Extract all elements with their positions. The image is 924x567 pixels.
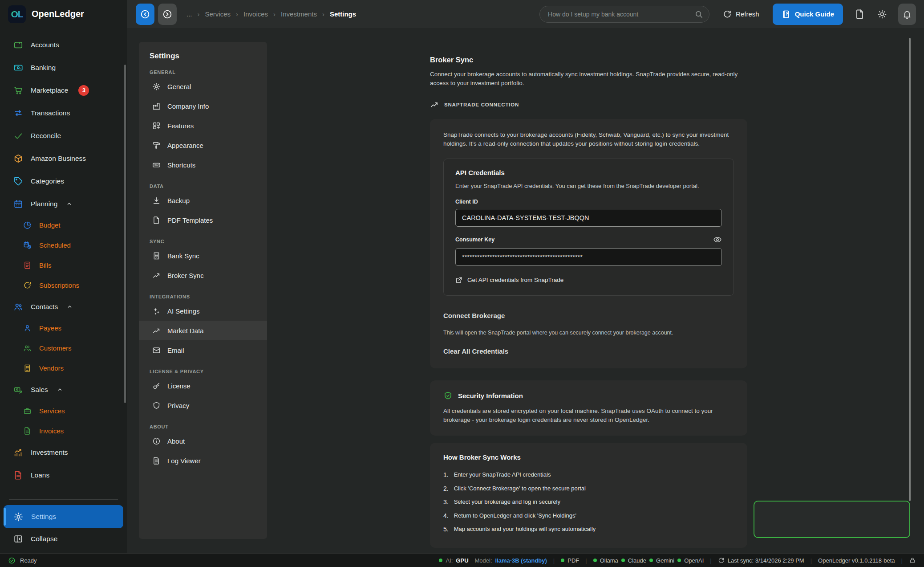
forward-button[interactable] xyxy=(158,4,177,25)
quick-guide-button[interactable]: Quick Guide xyxy=(773,4,843,25)
sidebar-item-planning[interactable]: Planning xyxy=(0,192,127,215)
settings-item-features[interactable]: Features xyxy=(139,116,267,135)
lock-icon[interactable] xyxy=(909,557,916,564)
search-icon xyxy=(694,10,703,19)
status-dot-icon xyxy=(621,559,625,562)
settings-item-email[interactable]: Email xyxy=(139,340,267,360)
breadcrumb-invoices[interactable]: Invoices xyxy=(243,10,268,18)
settings-section-header-sync: SYNC xyxy=(150,239,256,244)
sidebar-item-services[interactable]: Services xyxy=(0,401,127,421)
sidebar-item-contacts[interactable]: Contacts xyxy=(0,295,127,318)
sidebar-item-transactions[interactable]: Transactions xyxy=(0,102,127,124)
how-broker-sync-works-card: How Broker Sync Works 1.Enter your SnapT… xyxy=(430,443,747,548)
sidebar-item-label: Scheduled xyxy=(39,241,71,249)
settings-item-market-data[interactable]: Market Data xyxy=(139,321,267,340)
sidebar-item-banking[interactable]: Banking xyxy=(0,56,127,79)
settings-item-license[interactable]: License xyxy=(139,376,267,396)
step-number: 3. xyxy=(443,495,449,509)
toggle-key-visibility-button[interactable] xyxy=(713,235,722,244)
document-icon[interactable] xyxy=(855,9,865,20)
settings-item-bank-sync[interactable]: Bank Sync xyxy=(139,246,267,265)
clear-all-credentials-button[interactable]: Clear All Credentials xyxy=(443,347,508,355)
app-window: OL OpenLedger AccountsBankingMarketplace… xyxy=(0,0,924,567)
breadcrumb: ...› Services› Invoices› Investments› Se… xyxy=(186,10,356,18)
sidebar-item-categories[interactable]: Categories xyxy=(0,170,127,192)
sidebar-item-bills[interactable]: Bills xyxy=(0,255,127,275)
settings-item-backup[interactable]: Backup xyxy=(139,191,267,210)
sidebar-item-investments[interactable]: Investments xyxy=(0,441,127,464)
how-title: How Broker Sync Works xyxy=(443,453,734,461)
search-input[interactable] xyxy=(539,6,709,23)
check-circle-icon xyxy=(8,557,16,564)
ai-label: AI: xyxy=(446,557,453,564)
breadcrumb-services[interactable]: Services xyxy=(205,10,231,18)
search-box xyxy=(539,6,709,23)
main-scrollbar[interactable] xyxy=(909,38,911,501)
sidebar-item-label: Contacts xyxy=(31,303,58,311)
settings-item-label: PDF Templates xyxy=(167,216,213,224)
how-step-2: 2.Click 'Connect Brokerage' to open the … xyxy=(443,482,734,496)
breadcrumb-ellipsis[interactable]: ... xyxy=(186,10,192,18)
sidebar-item-sales[interactable]: Sales xyxy=(0,378,127,401)
breadcrumb-separator: › xyxy=(236,10,238,18)
settings-item-label: Appearance xyxy=(167,142,203,149)
person-icon xyxy=(23,324,32,332)
provider-status-claude: Claude xyxy=(621,557,646,564)
notifications-button[interactable] xyxy=(898,4,916,25)
arrow-right-circle-icon xyxy=(162,9,173,20)
settings-item-privacy[interactable]: Privacy xyxy=(139,396,267,415)
sidebar-item-vendors[interactable]: Vendors xyxy=(0,358,127,378)
step-number: 4. xyxy=(443,509,449,523)
step-text: Select your brokerage and log in securel… xyxy=(454,495,560,509)
sidebar-item-label: Services xyxy=(39,407,65,415)
money-icon xyxy=(13,385,23,395)
sidebar-scrollbar[interactable] xyxy=(124,65,126,403)
settings-item-label: About xyxy=(167,437,185,445)
settings-item-company-info[interactable]: Company Info xyxy=(139,96,267,116)
settings-item-ai-settings[interactable]: AI Settings xyxy=(139,301,267,321)
settings-item-shortcuts[interactable]: Shortcuts xyxy=(139,155,267,175)
sidebar-item-customers[interactable]: Customers xyxy=(0,338,127,358)
refresh-button[interactable]: Refresh xyxy=(720,9,762,19)
sidebar-item-subscriptions[interactable]: Subscriptions xyxy=(0,275,127,295)
theme-sun-icon[interactable] xyxy=(877,9,888,20)
sidebar-item-marketplace[interactable]: Marketplace3 xyxy=(0,79,127,102)
version-label: OpenLedger v0.1.0.2118-beta xyxy=(818,557,895,564)
sidebar-item-scheduled[interactable]: Scheduled xyxy=(0,235,127,255)
settings-item-general[interactable]: General xyxy=(139,77,267,96)
provider-label: Ollama xyxy=(600,557,618,564)
sidebar-item-settings[interactable]: Settings xyxy=(4,505,123,528)
settings-item-label: Privacy xyxy=(167,402,189,409)
sidebar-item-collapse[interactable]: Collapse xyxy=(0,528,127,550)
breadcrumb-investments[interactable]: Investments xyxy=(281,10,317,18)
refresh-icon xyxy=(718,557,725,564)
get-api-credentials-link[interactable]: Get API credentials from SnapTrade xyxy=(455,276,722,284)
status-dot-icon xyxy=(649,559,653,562)
sidebar-item-accounts[interactable]: Accounts xyxy=(0,33,127,56)
statusbar-separator: | xyxy=(901,557,903,564)
sidebar-item-invoices[interactable]: Invoices xyxy=(0,421,127,441)
settings-panel: Settings GENERALGeneralCompany InfoFeatu… xyxy=(139,42,267,539)
quick-guide-label: Quick Guide xyxy=(795,10,834,18)
settings-item-broker-sync[interactable]: Broker Sync xyxy=(139,265,267,285)
connect-brokerage-button[interactable]: Connect Brokerage xyxy=(443,312,505,319)
settings-item-about[interactable]: About xyxy=(139,431,267,451)
grid-icon xyxy=(152,122,161,130)
settings-item-log-viewer[interactable]: Log Viewer xyxy=(139,451,267,470)
client-id-input[interactable] xyxy=(455,209,722,227)
settings-section-header-about: ABOUT xyxy=(150,424,256,429)
settings-panel-title: Settings xyxy=(150,52,267,61)
sidebar-item-amazon-business[interactable]: Amazon Business xyxy=(0,147,127,170)
consumer-key-input[interactable] xyxy=(455,248,722,266)
sidebar-item-loans[interactable]: Loans xyxy=(0,464,127,486)
settings-item-appearance[interactable]: Appearance xyxy=(139,135,267,155)
sidebar-item-budget[interactable]: Budget xyxy=(0,215,127,235)
settings-item-label: General xyxy=(167,83,191,90)
trend-chart-icon xyxy=(430,100,439,109)
sidebar-item-reconcile[interactable]: Reconcile xyxy=(0,124,127,147)
doclines-icon xyxy=(152,457,161,465)
back-button[interactable] xyxy=(136,4,154,25)
model-value[interactable]: llama-3B (standby) xyxy=(495,557,547,564)
settings-item-pdf-templates[interactable]: PDF Templates xyxy=(139,210,267,230)
sidebar-item-payees[interactable]: Payees xyxy=(0,318,127,338)
